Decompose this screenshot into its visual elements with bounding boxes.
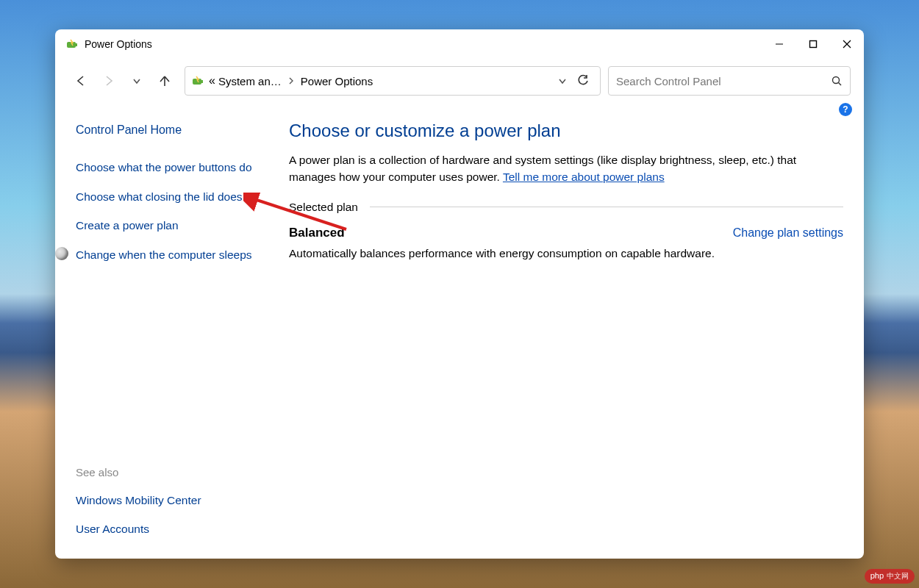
- battery-icon: [191, 74, 204, 87]
- search-box[interactable]: [608, 66, 851, 96]
- plan-name: Balanced: [289, 226, 345, 240]
- refresh-button[interactable]: [576, 74, 590, 87]
- sidebar-link-closing-lid[interactable]: Choose what closing the lid does: [76, 182, 267, 212]
- svg-rect-1: [76, 43, 77, 46]
- titlebar: Power Options: [55, 29, 864, 59]
- search-input[interactable]: [616, 75, 831, 87]
- breadcrumb-prefix: «: [209, 74, 215, 87]
- search-icon[interactable]: [831, 75, 843, 87]
- svg-point-8: [833, 77, 840, 84]
- control-panel-window: Power Options: [55, 29, 864, 559]
- forward-button[interactable]: [96, 68, 121, 93]
- divider: [370, 207, 843, 207]
- sidebar-link-mobility-center[interactable]: Windows Mobility Center: [76, 486, 267, 515]
- back-button[interactable]: [68, 68, 93, 93]
- window-title: Power Options: [85, 38, 152, 50]
- window-controls: [762, 29, 864, 59]
- svg-line-9: [839, 83, 842, 86]
- control-panel-home-link[interactable]: Control Panel Home: [76, 113, 267, 153]
- minimize-button[interactable]: [762, 29, 796, 59]
- up-button[interactable]: [152, 68, 177, 93]
- watermark-badge: php中文网: [865, 569, 915, 584]
- toolbar: « System an… Power Options: [55, 59, 864, 106]
- sidebar-link-sleep[interactable]: Change when the computer sleeps: [76, 247, 252, 263]
- selected-plan-label: Selected plan: [289, 201, 370, 214]
- close-button[interactable]: [830, 29, 864, 59]
- selected-plan-section-header: Selected plan: [289, 201, 843, 214]
- main-content: Choose or customize a power plan A power…: [289, 113, 843, 544]
- page-description: A power plan is a collection of hardware…: [289, 151, 843, 186]
- svg-rect-3: [810, 41, 817, 48]
- nav-arrows: [68, 68, 177, 93]
- chevron-right-icon: [285, 77, 298, 85]
- plan-description: Automatically balances performance with …: [289, 245, 843, 262]
- sidebar: Control Panel Home Choose what the power…: [76, 113, 267, 544]
- svg-rect-7: [201, 80, 203, 83]
- body: Control Panel Home Choose what the power…: [55, 106, 864, 559]
- maximize-button[interactable]: [796, 29, 830, 59]
- plan-row: Balanced Change plan settings: [289, 226, 843, 240]
- chevron-down-icon[interactable]: [557, 76, 568, 86]
- sidebar-link-user-accounts[interactable]: User Accounts: [76, 514, 267, 544]
- sidebar-link-create-plan[interactable]: Create a power plan: [76, 211, 267, 240]
- change-plan-settings-link[interactable]: Change plan settings: [733, 226, 843, 240]
- moon-icon: [55, 247, 68, 260]
- sidebar-link-sleep-row: Change when the computer sleeps: [76, 240, 267, 270]
- breadcrumb[interactable]: « System an… Power Options: [185, 66, 601, 96]
- recent-locations-button[interactable]: [124, 68, 149, 93]
- breadcrumb-seg-system[interactable]: System an…: [215, 75, 285, 87]
- breadcrumb-seg-power[interactable]: Power Options: [298, 75, 376, 87]
- sidebar-link-power-buttons[interactable]: Choose what the power buttons do: [76, 153, 267, 182]
- page-heading: Choose or customize a power plan: [289, 121, 843, 141]
- learn-more-link[interactable]: Tell me more about power plans: [503, 171, 665, 183]
- battery-icon: [65, 37, 79, 51]
- see-also-label: See also: [76, 459, 267, 486]
